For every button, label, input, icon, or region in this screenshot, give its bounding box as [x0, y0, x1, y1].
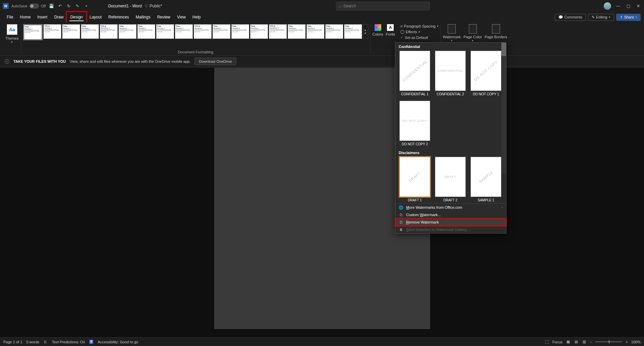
tab-insert[interactable]: Insert — [34, 12, 51, 22]
page-icon: 🗋 — [399, 220, 403, 225]
download-onedrive-button[interactable]: Download OneDrive — [195, 58, 236, 65]
fonts-button[interactable]: A Fonts — [386, 24, 395, 40]
tab-view[interactable]: View — [174, 12, 189, 22]
web-layout-icon[interactable]: ▥ — [582, 340, 587, 344]
document-formatting-label: Document Formatting — [178, 50, 213, 54]
page-borders-button[interactable]: Page Borders — [485, 24, 507, 42]
page-color-icon — [469, 24, 477, 34]
style-thumb[interactable]: TitleHeading 1Lorem ipsum dolor sit amet… — [137, 24, 155, 39]
style-thumb[interactable]: TITLEHEADING 1Lorem ipsum dolor sit amet… — [269, 24, 287, 39]
style-thumb[interactable]: TitleHeading 1Lorem ipsum dolor sit amet… — [344, 24, 362, 39]
paragraph-spacing-button[interactable]: ≡ Paragraph Spacing ▾ — [400, 24, 439, 28]
tab-review[interactable]: Review — [154, 12, 174, 22]
page-icon: 🗋 — [399, 212, 403, 217]
tab-design[interactable]: Design — [67, 12, 86, 22]
redo-icon[interactable]: ↻ — [66, 3, 72, 9]
comments-button[interactable]: 💬 Comments — [555, 14, 586, 21]
tab-help[interactable]: Help — [189, 12, 204, 22]
wm-save-gallery: 🗎 Save Selection to Watermark Gallery... — [395, 226, 506, 233]
tab-references[interactable]: References — [105, 12, 132, 22]
watermark-option[interactable]: SAMPLESAMPLE 1 — [470, 157, 501, 202]
style-thumb[interactable]: TitleHeading 1Lorem ipsum dolor sit amet… — [156, 24, 174, 39]
search-input[interactable]: ⌕ Search — [336, 2, 430, 10]
autosave-state: Off — [41, 4, 46, 8]
watermark-option[interactable]: DRAFTDRAFT 2 — [435, 157, 466, 202]
colors-icon — [375, 24, 381, 31]
autosave-toggle[interactable]: AutoSave Off — [11, 4, 46, 8]
style-thumb[interactable]: TitleHeading 1Lorem ipsum dolor sit amet… — [288, 24, 306, 39]
tab-mailings[interactable]: Mailings — [132, 12, 154, 22]
tab-file[interactable]: File — [3, 12, 16, 22]
style-thumb[interactable]: TitleHeading 1Lorem ipsum dolor sit amet… — [62, 24, 80, 39]
zoom-out[interactable]: − — [590, 340, 592, 344]
tab-home[interactable]: Home — [16, 12, 34, 22]
text-predictions[interactable]: Text Predictions: On — [52, 340, 85, 344]
document-canvas — [0, 68, 644, 337]
style-thumb[interactable]: TitleHeading 1Lorem ipsum dolor sit amet… — [118, 24, 137, 39]
qat-dropdown-icon[interactable]: ▾ — [83, 3, 89, 9]
sensitivity-label[interactable]: ♡ Public* — [145, 4, 162, 8]
undo-icon[interactable]: ↶ — [57, 3, 63, 9]
minimize-icon[interactable]: — — [615, 3, 621, 9]
style-thumb[interactable]: TitleHeading 1Lorem ipsum dolor sit amet… — [306, 24, 325, 39]
zoom-level[interactable]: 100% — [631, 340, 641, 344]
style-thumb[interactable]: TitleHeading 1Lorem ipsum dolor sit amet… — [325, 24, 343, 39]
editing-button[interactable]: ✎ Editing ▾ — [588, 14, 614, 21]
maximize-icon[interactable]: ▢ — [625, 3, 631, 9]
user-avatar[interactable] — [604, 2, 611, 10]
save-icon[interactable]: 💾 — [48, 3, 54, 9]
word-count[interactable]: 0 words — [26, 340, 39, 344]
themes-icon[interactable]: Aa — [7, 24, 17, 35]
watermark-icon — [448, 24, 456, 34]
ribbon-design: Aa Themes ▾ TitleHeading 1Lorem ipsum do… — [0, 22, 644, 56]
watermark-option[interactable]: CONFIDENTIALCONFIDENTIAL 2 — [435, 51, 466, 96]
wm-custom[interactable]: 🗋 Custom Watermark... — [395, 211, 506, 218]
colors-button[interactable]: Colors — [373, 24, 383, 40]
style-thumb[interactable]: TitleHeading 1Lorem ipsum dolor sit amet… — [81, 24, 99, 39]
watermark-option[interactable]: DRAFTDRAFT 1 — [399, 157, 430, 202]
page-indicator[interactable]: Page 1 of 1 — [3, 340, 22, 344]
focus-icon[interactable]: ⛶ — [544, 340, 549, 344]
set-default-button[interactable]: ✓ Set as Default — [400, 35, 439, 40]
chevron-down-icon: ▾ — [609, 15, 610, 19]
focus-label[interactable]: Focus — [552, 340, 562, 344]
search-placeholder: Search — [343, 4, 356, 8]
tab-draw[interactable]: Draw — [51, 12, 67, 22]
brush-icon[interactable]: ✎ — [75, 3, 81, 9]
style-thumb[interactable]: TITLEHEADING 1Lorem ipsum dolor sit amet… — [100, 24, 118, 39]
wm-scrollbar[interactable] — [501, 43, 506, 173]
watermark-option[interactable]: DO NOT COPYDO NOT COPY 2 — [399, 101, 430, 146]
style-thumb[interactable]: TITLEHeading 1Lorem ipsum dolor sit amet… — [43, 24, 61, 39]
gallery-expand-button[interactable]: ▴▾ — [363, 24, 368, 39]
wm-remove[interactable]: 🗋 Remove Watermark — [395, 218, 506, 226]
style-thumb[interactable]: TitleHeading 1Lorem ipsum dolor sit amet… — [24, 25, 42, 40]
style-thumb[interactable]: TitleHeading 1Lorem ipsum dolor sit amet… — [231, 24, 249, 39]
accessibility-icon: ♿ — [89, 340, 94, 344]
style-thumb[interactable]: TitleHeading 1Lorem ipsum dolor sit amet… — [212, 24, 231, 39]
toggle-switch-icon[interactable] — [30, 4, 39, 8]
themes-label: Themes — [5, 36, 19, 40]
watermark-option[interactable]: DO NOT COPYDO NOT COPY 1 — [470, 51, 501, 96]
accessibility-status[interactable]: Accessibility: Good to go — [98, 340, 138, 344]
page-borders-icon — [492, 24, 500, 34]
close-icon[interactable]: ✕ — [635, 3, 641, 9]
save-icon: 🗎 — [399, 227, 403, 232]
zoom-slider[interactable] — [595, 341, 622, 342]
chevron-down-icon: ▾ — [418, 30, 420, 34]
wm-more-office[interactable]: 🌐 More Watermarks from Office.com › — [395, 204, 506, 211]
style-gallery[interactable]: TitleHeading 1Lorem ipsum dolor sit amet… — [23, 24, 368, 47]
effects-button[interactable]: ◯ Effects ▾ — [400, 30, 439, 34]
wm-scrollbar-thumb[interactable] — [501, 43, 506, 56]
page-color-button[interactable]: Page Color ▾ — [463, 24, 482, 42]
zoom-in[interactable]: + — [626, 340, 628, 344]
style-thumb[interactable]: TitleHeading 1Lorem ipsum dolor sit amet… — [175, 24, 193, 39]
style-thumb[interactable]: TitleHeading 1Lorem ipsum dolor sit amet… — [250, 24, 268, 39]
tab-layout[interactable]: Layout — [86, 12, 105, 22]
share-button[interactable]: ⇪ Share ▾ — [616, 14, 641, 21]
chevron-down-icon[interactable]: ▾ — [11, 40, 13, 44]
watermark-option[interactable]: CONFIDENTIALCONFIDENTIAL 1 — [399, 51, 430, 96]
print-layout-icon[interactable]: ▤ — [574, 340, 579, 344]
style-thumb[interactable]: TITLEHeading 1Lorem ipsum dolor sit amet… — [194, 24, 212, 39]
read-mode-icon[interactable]: ▦ — [566, 340, 571, 344]
watermark-button[interactable]: Watermark ▾ — [443, 24, 461, 42]
